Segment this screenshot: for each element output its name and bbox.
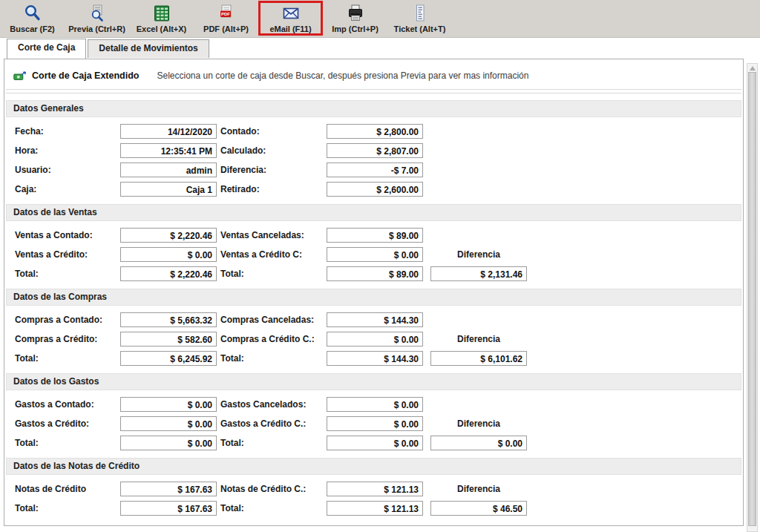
- tab-detalle-de-movimientos[interactable]: Detalle de Movimientos: [88, 39, 209, 58]
- section-header-ventas: Datos de las Ventas: [6, 204, 741, 221]
- compras-total-c-field[interactable]: $ 144.30: [327, 351, 423, 366]
- excel-button[interactable]: Excel (Alt+X): [129, 0, 194, 37]
- compras-credito-c-field[interactable]: $ 0.00: [327, 332, 423, 347]
- ticket-button[interactable]: Ticket (Alt+T): [387, 0, 452, 37]
- form-row: Total: $ 0.00 Total: $ 0.00 $ 0.00: [15, 435, 743, 451]
- field-label: Ventas a Crédito:: [15, 249, 120, 260]
- gastos-diferencia-field[interactable]: $ 0.00: [430, 436, 527, 450]
- gastos-total-c-field[interactable]: $ 0.00: [327, 436, 423, 450]
- gastos-credito-field[interactable]: $ 0.00: [120, 416, 217, 431]
- field-label: Total:: [15, 503, 120, 513]
- field-label: Gastos a Crédito:: [15, 418, 120, 429]
- compras-contado-field[interactable]: $ 5,663.32: [120, 312, 217, 327]
- field-label: Diferencia:: [217, 165, 327, 175]
- diferencia-label: Diferencia: [430, 484, 527, 494]
- contado-field[interactable]: $ 2,800.00: [327, 124, 423, 139]
- form-row: Gastos a Crédito: $ 0.00 Gastos a Crédit…: [15, 416, 743, 432]
- field-label: Gastos Cancelados:: [217, 399, 327, 410]
- retirado-field[interactable]: $ 2,600.00: [327, 182, 423, 197]
- gastos-cancelados-field[interactable]: $ 0.00: [327, 397, 423, 412]
- hora-field[interactable]: 12:35:41 PM: [120, 143, 217, 158]
- compras-canceladas-field[interactable]: $ 144.30: [327, 312, 423, 327]
- email-button[interactable]: eMail (F11): [258, 0, 323, 37]
- fecha-field[interactable]: 14/12/2020: [120, 124, 217, 139]
- section-header-compras: Datos de las Compras: [6, 289, 741, 306]
- form-row: Hora: 12:35:41 PM Calculado: $ 2,807.00: [15, 142, 743, 159]
- field-label: Total:: [217, 269, 327, 279]
- pdf-button[interactable]: PDF PDF (Alt+P): [194, 0, 258, 37]
- page-instruction: Selecciona un corte de caja desde Buscar…: [157, 70, 528, 81]
- usuario-field[interactable]: admin: [120, 162, 217, 177]
- compras-total-field[interactable]: $ 6,245.92: [120, 351, 217, 366]
- field-label: Ventas a Contado:: [15, 230, 120, 240]
- form-row: Notas de Crédito $ 167.63 Notas de Crédi…: [15, 481, 743, 497]
- compras-credito-field[interactable]: $ 582.60: [120, 332, 217, 347]
- ventas-diferencia-field[interactable]: $ 2,131.46: [430, 266, 527, 281]
- notas-total-c-field[interactable]: $ 121.13: [327, 501, 423, 516]
- field-label: Retirado:: [217, 184, 327, 194]
- gastos-contado-field[interactable]: $ 0.00: [120, 397, 217, 412]
- divider: [6, 93, 741, 93]
- field-label: Total:: [217, 503, 327, 513]
- excel-icon: [152, 4, 171, 23]
- pdf-icon: PDF: [217, 4, 236, 23]
- gastos-total-field[interactable]: $ 0.00: [120, 436, 217, 450]
- form-row: Total: $ 6,245.92 Total: $ 144.30 $ 6,10…: [15, 350, 743, 367]
- notas-credito-field[interactable]: $ 167.63: [120, 482, 217, 496]
- toolbar-button-label: Previa (Ctrl+R): [68, 24, 125, 33]
- vertical-scrollbar[interactable]: [747, 63, 758, 532]
- email-icon: [281, 4, 301, 23]
- form-row: Caja: Caja 1 Retirado: $ 2,600.00: [15, 181, 743, 197]
- scrollbar-thumb[interactable]: [748, 72, 756, 526]
- section-header-gastos: Datos de los Gastos: [6, 373, 741, 390]
- toolbar-button-label: Buscar (F2): [10, 24, 55, 33]
- form-row: Compras a Contado: $ 5,663.32 Compras Ca…: [15, 312, 743, 328]
- scroll-up-arrow[interactable]: [750, 66, 756, 70]
- tab-corte-de-caja[interactable]: Corte de Caja: [7, 39, 86, 59]
- field-label: Hora:: [15, 145, 120, 156]
- field-label: Compras a Crédito:: [15, 334, 120, 344]
- toolbar: Buscar (F2) Previa (Ctrl+R) Excel (Alt+X…: [0, 0, 760, 38]
- ventas-total-field[interactable]: $ 2,220.46: [120, 266, 217, 281]
- field-label: Caja:: [15, 184, 120, 194]
- ventas-contado-field[interactable]: $ 2,220.46: [120, 228, 217, 243]
- field-label: Compras a Contado:: [15, 315, 120, 325]
- form-row: Total: $ 167.63 Total: $ 121.13 $ 46.50: [15, 500, 743, 516]
- search-icon: [23, 4, 42, 23]
- calculado-field[interactable]: $ 2,807.00: [327, 143, 423, 158]
- form-row: Gastos a Contado: $ 0.00 Gastos Cancelad…: [15, 396, 743, 413]
- field-label: Total:: [217, 438, 327, 448]
- page-header: Corte de Caja Extendido Selecciona un co…: [13, 69, 743, 82]
- form-row: Usuario: admin Diferencia: -$ 7.00: [15, 162, 743, 178]
- previa-button[interactable]: Previa (Ctrl+R): [65, 0, 129, 37]
- notas-credito-c-field[interactable]: $ 121.13: [327, 482, 423, 496]
- field-label: Total:: [15, 269, 120, 279]
- gastos-credito-c-field[interactable]: $ 0.00: [327, 416, 423, 431]
- ticket-icon: [410, 4, 430, 23]
- diferencia-field[interactable]: -$ 7.00: [327, 162, 423, 177]
- buscar-button[interactable]: Buscar (F2): [0, 0, 65, 37]
- field-label: Notas de Crédito C.:: [217, 484, 327, 494]
- notas-total-field[interactable]: $ 167.63: [120, 501, 217, 516]
- field-label: Fecha:: [15, 126, 120, 137]
- form-row: Ventas a Crédito: $ 0.00 Ventas a Crédit…: [15, 246, 743, 263]
- ventas-credito-field[interactable]: $ 0.00: [120, 247, 217, 262]
- field-label: Compras a Crédito C.:: [217, 334, 327, 344]
- form-row: Ventas a Contado: $ 2,220.46 Ventas Canc…: [15, 227, 743, 243]
- form-row: Fecha: 14/12/2020 Contado: $ 2,800.00: [15, 123, 743, 139]
- caja-field[interactable]: Caja 1: [120, 182, 217, 197]
- toolbar-button-label: Excel (Alt+X): [137, 24, 187, 33]
- svg-text:PDF: PDF: [221, 12, 230, 16]
- notas-diferencia-field[interactable]: $ 46.50: [430, 501, 527, 516]
- field-label: Total:: [15, 353, 120, 364]
- print-preview-icon: [88, 4, 107, 23]
- diferencia-label: Diferencia: [430, 334, 527, 344]
- compras-diferencia-field[interactable]: $ 6,101.62: [430, 351, 527, 366]
- field-label: Total:: [217, 353, 327, 364]
- ventas-canceladas-field[interactable]: $ 89.00: [327, 228, 423, 243]
- imp-button[interactable]: Imp (Ctrl+P): [323, 0, 387, 37]
- tab-bar: Corte de Caja Detalle de Movimientos: [0, 38, 760, 58]
- field-label: Total:: [15, 438, 120, 448]
- ventas-total-c-field[interactable]: $ 89.00: [327, 266, 423, 281]
- ventas-credito-c-field[interactable]: $ 0.00: [327, 247, 423, 262]
